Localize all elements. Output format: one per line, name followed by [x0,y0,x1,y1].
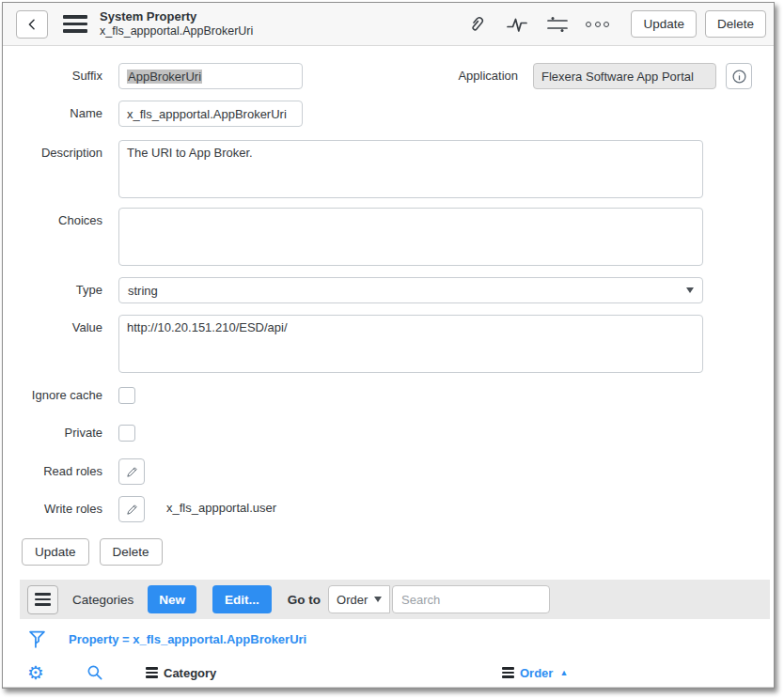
column-menu-icon[interactable] [502,667,514,677]
back-button[interactable] [16,10,48,39]
form-header: System Property x_fls_appportal.AppBroke… [3,3,774,46]
chevron-down-icon [686,287,694,293]
name-input[interactable] [118,101,303,127]
chevron-down-icon [374,597,382,602]
suffix-input[interactable]: AppBrokerUri [118,63,303,89]
goto-select-value: Order [337,593,368,607]
pencil-icon [125,465,139,479]
related-list-search-input[interactable] [392,585,550,613]
goto-select[interactable]: Order [328,585,390,613]
read-roles-edit-button[interactable] [118,458,145,485]
column-header-category[interactable]: Category [146,659,216,687]
related-list-column-header: ⚙ Category Order ▲ [3,659,774,688]
application-label: Application [458,63,533,83]
goto-label: Go to [288,593,321,607]
delete-button-header[interactable]: Delete [705,10,766,38]
related-list-title: Categories [72,593,133,607]
column-menu-icon[interactable] [146,667,158,677]
value-textarea[interactable]: http://10.20.151.210/ESD/api/ [118,315,703,373]
filter-breadcrumb[interactable]: Property = x_fls_appportal.AppBrokerUri [69,632,306,646]
form-body: Suffix AppBrokerUri Application Flexera … [3,46,774,522]
delete-button-footer[interactable]: Delete [100,538,163,566]
info-circle-icon [731,69,747,85]
record-title-block: System Property x_fls_appportal.AppBroke… [100,9,253,39]
funnel-icon[interactable] [27,628,47,650]
related-list-context-menu-button[interactable] [27,585,58,614]
ignore-cache-checkbox[interactable] [118,387,135,404]
record-subtitle: x_fls_appportal.AppBrokerUri [100,24,253,39]
activity-stream-icon[interactable] [505,12,529,37]
choices-textarea[interactable] [118,208,703,266]
write-roles-value: x_fls_appportal.user [166,496,276,515]
form-footer: Update Delete [3,534,774,566]
hamburger-icon [35,593,51,606]
column-label[interactable]: Category [164,666,216,680]
type-select[interactable]: string [118,277,703,303]
column-header-order[interactable]: Order ▲ [502,659,568,687]
gear-icon[interactable]: ⚙ [27,659,44,687]
write-roles-edit-button[interactable] [118,496,145,522]
system-property-window: System Property x_fls_appportal.AppBroke… [2,2,775,689]
application-info-button[interactable] [726,63,752,89]
column-label[interactable]: Order [520,666,553,680]
pencil-icon [125,503,139,517]
description-label: Description [22,140,118,160]
suffix-selected-text: AppBrokerUri [127,70,202,84]
type-label: Type [22,277,118,297]
suffix-label: Suffix [22,63,118,83]
private-label: Private [22,425,118,440]
choices-label: Choices [22,208,118,227]
paperclip-icon[interactable] [464,12,489,37]
value-label: Value [22,315,118,334]
ignore-cache-label: Ignore cache [22,387,118,402]
name-label: Name [22,101,118,120]
sort-ascending-icon: ▲ [559,668,568,677]
sliders-icon[interactable] [545,12,570,37]
write-roles-label: Write roles [22,496,118,516]
private-checkbox[interactable] [118,425,135,442]
search-icon[interactable] [86,659,104,687]
type-select-value: string [128,284,158,298]
read-roles-label: Read roles [22,458,118,478]
form-context-menu-icon[interactable] [63,14,87,35]
update-button-footer[interactable]: Update [22,538,89,566]
update-button-header[interactable]: Update [631,10,697,38]
application-value: Flexera Software App Portal [541,70,694,84]
new-button[interactable]: New [148,585,196,613]
edit-button[interactable]: Edit... [212,585,272,613]
related-list-filter-row: Property = x_fls_appportal.AppBrokerUri [3,619,774,659]
more-options-icon[interactable] [586,22,609,27]
page-title: System Property [100,9,253,24]
chevron-left-icon [25,18,39,31]
application-field: Flexera Software App Portal [533,63,716,89]
header-actions: Update Delete [464,10,766,38]
description-textarea[interactable]: The URI to App Broker. [118,140,703,198]
related-list-header-bar: Categories New Edit... Go to Order [20,580,770,619]
